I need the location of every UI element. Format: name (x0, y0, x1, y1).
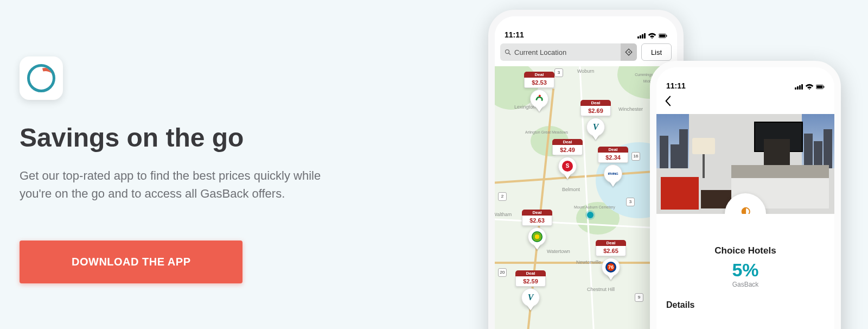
gas-price-pin[interactable]: Deal$2.53 (524, 72, 554, 112)
battery-icon (816, 84, 825, 90)
gas-price-pin[interactable]: Deal$2.59V (515, 270, 546, 311)
phone-notch (705, 67, 786, 78)
pin-price: $2.34 (598, 153, 628, 163)
route-badge: 16 (631, 152, 640, 161)
gas-price-pin[interactable]: Deal$2.63 (522, 210, 552, 250)
gas-price-pin[interactable]: Deal$2.69V (580, 100, 611, 140)
wifi-icon (805, 84, 814, 90)
pin-deal-tag: Deal (598, 147, 628, 153)
route-badge: 3 (554, 68, 563, 77)
page-title: Savings on the go (20, 123, 437, 153)
search-icon (505, 49, 511, 55)
svg-rect-1 (659, 35, 665, 37)
cashback-percent: 5% (656, 260, 834, 281)
svg-rect-7 (816, 86, 822, 88)
route-badge: 9 (635, 293, 643, 302)
pin-deal-tag: Deal (522, 210, 552, 216)
pin-brand-logo (530, 90, 548, 108)
pin-deal-tag: Deal (596, 240, 626, 246)
map-label: Waltham (495, 212, 512, 217)
search-placeholder: Current Location (514, 48, 566, 56)
pin-brand-logo (528, 227, 546, 246)
pin-brand-logo: V (586, 118, 605, 136)
map-label: Woburn (577, 68, 594, 74)
gas-price-pin[interactable]: Deal$2.6576 (596, 240, 626, 280)
cell-signal-icon (795, 84, 803, 90)
details-heading: Details (656, 300, 834, 310)
pin-brand-logo: V (521, 288, 540, 307)
pin-brand-logo: IRVING (604, 164, 622, 183)
pin-deal-tag: Deal (524, 72, 554, 78)
page-subtitle: Get our top-rated app to find the best p… (20, 167, 340, 203)
directions-icon[interactable] (621, 43, 637, 61)
app-icon (20, 56, 63, 100)
pin-brand-logo: S (558, 157, 577, 175)
list-button[interactable]: List (641, 43, 672, 61)
hotel-name: Choice Hotels (656, 245, 834, 256)
battery-icon (659, 33, 667, 39)
gas-price-pin[interactable]: Deal$2.49S (552, 139, 583, 179)
current-location-dot (587, 212, 593, 218)
svg-point-3 (506, 50, 509, 54)
svg-rect-8 (824, 86, 824, 88)
cell-signal-icon (637, 33, 646, 39)
status-time: 11:11 (666, 81, 686, 90)
app-swirl-logo (27, 64, 55, 92)
route-badge: 3 (626, 198, 635, 206)
chevron-left-icon (664, 96, 672, 106)
cashback-label: GasBack (656, 281, 834, 288)
wifi-icon (648, 33, 656, 39)
map-label: Belmont (562, 187, 580, 192)
svg-point-5 (539, 95, 541, 97)
pin-deal-tag: Deal (552, 139, 583, 145)
pin-price: $2.63 (522, 216, 552, 226)
phone-notch (545, 16, 627, 27)
map-label: Mount Auburn Cemetery (574, 205, 615, 209)
pin-price: $2.49 (552, 145, 583, 155)
pin-deal-tag: Deal (515, 270, 546, 276)
phone-mockup-hotel: 11:11 ◐ CHOICE HOTELS (650, 61, 841, 329)
svg-line-4 (509, 53, 511, 55)
download-app-button[interactable]: DOWNLOAD THE APP (20, 241, 242, 283)
route-badge: 2 (498, 192, 507, 201)
map-label: Winchester (618, 106, 643, 112)
pin-price: $2.69 (580, 106, 611, 116)
gas-price-pin[interactable]: Deal$2.34IRVING (598, 147, 628, 187)
status-time: 11:11 (505, 30, 524, 39)
map-label: Arlington Great Meadows (525, 130, 568, 134)
search-input[interactable]: Current Location (500, 43, 637, 61)
pin-deal-tag: Deal (580, 100, 611, 106)
route-badge: 20 (498, 268, 507, 277)
back-button[interactable] (656, 92, 834, 110)
hotel-hero-image: ◐ CHOICE HOTELS (656, 114, 834, 214)
svg-rect-2 (666, 35, 667, 37)
map-label: Chestnut Hill (587, 287, 615, 292)
pin-price: $2.59 (515, 276, 546, 287)
pin-price: $2.53 (524, 78, 554, 88)
pin-price: $2.65 (596, 246, 626, 256)
pin-brand-logo: 76 (602, 258, 620, 276)
